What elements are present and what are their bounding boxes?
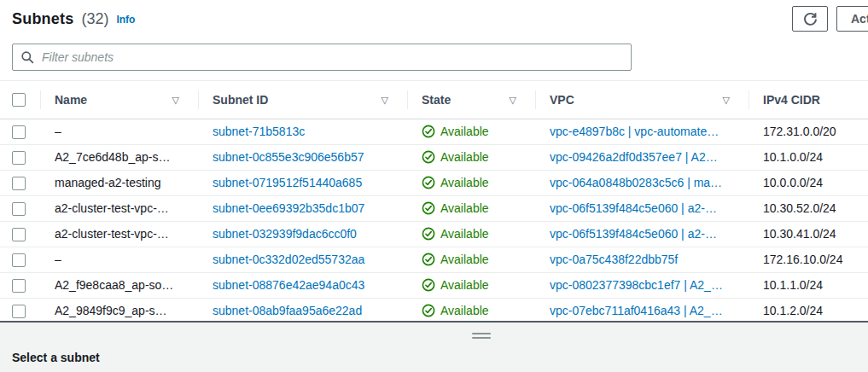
- sort-icon[interactable]: ▽: [723, 94, 730, 105]
- state-label: Available: [440, 253, 489, 266]
- column-header-ipv4-cidr[interactable]: IPv4 CIDR: [749, 81, 868, 119]
- refresh-icon: [803, 12, 818, 26]
- subnet-id-link[interactable]: subnet-71b5813c: [213, 125, 305, 138]
- table-row[interactable]: a2-cluster-test-vpc-… subnet-0ee69392b35…: [0, 195, 868, 221]
- vpc-cell: vpc-e4897b8c | vpc-automate…: [535, 119, 749, 144]
- row-checkbox[interactable]: [12, 305, 26, 318]
- state-cell: Available: [407, 272, 535, 298]
- subnet-count: (32): [81, 10, 108, 28]
- available-check-icon: [422, 253, 435, 266]
- column-label: State: [422, 93, 451, 107]
- subnet-id-link[interactable]: subnet-0719512f51440a685: [213, 176, 362, 189]
- column-label: Name: [55, 93, 87, 107]
- subnet-name-cell: a2-cluster-test-vpc-…: [40, 195, 198, 221]
- state-cell: Available: [407, 298, 535, 323]
- state-cell: Available: [407, 247, 535, 272]
- subnet-id-cell: subnet-0c855e3c906e56b57: [198, 144, 407, 170]
- available-check-icon: [422, 201, 435, 215]
- refresh-button[interactable]: [792, 6, 828, 32]
- column-header-state[interactable]: State▽: [407, 81, 535, 119]
- subnet-name-cell: A2_9849f9c9_ap-s…: [40, 298, 198, 323]
- subnet-name-cell: –: [40, 247, 198, 272]
- row-checkbox[interactable]: [12, 279, 26, 293]
- state-label: Available: [440, 304, 489, 317]
- actions-button[interactable]: Actions: [836, 6, 868, 32]
- subnet-id-link[interactable]: subnet-0c332d02ed55732aa: [213, 253, 364, 266]
- vpc-link[interactable]: vpc-0a75c438f22dbb75f: [550, 253, 678, 266]
- row-checkbox[interactable]: [12, 177, 26, 190]
- ipv4-cidr: 172.16.10.0/24: [763, 253, 842, 266]
- row-checkbox-cell: [0, 144, 40, 170]
- row-checkbox[interactable]: [12, 228, 26, 241]
- vpc-cell: vpc-0a75c438f22dbb75f: [535, 247, 749, 272]
- vpc-link[interactable]: vpc-06f5139f484c5e060 | a2-…: [550, 201, 717, 215]
- available-check-icon: [422, 176, 435, 189]
- state-cell: Available: [407, 195, 535, 221]
- subnet-name-cell: a2-cluster-test-vpc-…: [40, 221, 198, 247]
- subnet-name-cell: A2_7ce6d48b_ap-s…: [40, 144, 198, 170]
- subnets-page: Subnets (32) Info Actions: [0, 0, 868, 372]
- table-header-row: Name▽Subnet ID▽State▽VPC▽IPv4 CIDR: [0, 81, 868, 119]
- subnet-name: A2_f9e8caa8_ap-so…: [55, 278, 173, 292]
- sort-icon[interactable]: ▽: [510, 94, 516, 105]
- row-checkbox[interactable]: [12, 151, 26, 165]
- table-row[interactable]: – subnet-0c332d02ed55732aa Available vpc…: [0, 247, 868, 272]
- subnet-id-cell: subnet-0ee69392b35dc1b07: [198, 195, 407, 221]
- vpc-link[interactable]: vpc-09426a2df0d357ee7 | A2…: [550, 150, 718, 164]
- subnet-id-link[interactable]: subnet-0c855e3c906e56b57: [213, 150, 364, 164]
- sort-icon[interactable]: ▽: [382, 94, 388, 105]
- row-checkbox[interactable]: [12, 202, 26, 216]
- table-row[interactable]: A2_9849f9c9_ap-s… subnet-08ab9faa95a6e22…: [0, 298, 868, 323]
- row-checkbox[interactable]: [12, 125, 26, 139]
- table-row[interactable]: managed-a2-testing subnet-0719512f51440a…: [0, 170, 868, 195]
- row-checkbox[interactable]: [12, 253, 26, 267]
- column-label: Subnet ID: [213, 93, 268, 107]
- state-label: Available: [440, 278, 489, 292]
- row-checkbox-cell: [0, 195, 40, 221]
- ipv4-cidr: 10.1.2.0/24: [763, 304, 823, 317]
- subnet-id-link[interactable]: subnet-08ab9faa95a6e22ad: [213, 304, 362, 317]
- vpc-link[interactable]: vpc-064a0848b0283c5c6 | ma…: [550, 176, 722, 189]
- available-check-icon: [422, 278, 435, 292]
- subnet-id-cell: subnet-71b5813c: [198, 119, 407, 144]
- subnet-id-link[interactable]: subnet-0ee69392b35dc1b07: [213, 201, 364, 215]
- filter-subnets-input[interactable]: [12, 44, 632, 71]
- row-checkbox-cell: [0, 221, 40, 247]
- subnet-name: managed-a2-testing: [55, 176, 161, 189]
- table-row[interactable]: – subnet-71b5813c Available vpc-e4897b8c…: [0, 119, 868, 144]
- split-panel-drag-handle[interactable]: [470, 331, 492, 340]
- subnet-id-cell: subnet-08ab9faa95a6e22ad: [198, 298, 407, 323]
- state-cell: Available: [407, 221, 535, 247]
- table-row[interactable]: A2_7ce6d48b_ap-s… subnet-0c855e3c906e56b…: [0, 144, 868, 170]
- title-row: Subnets (32) Info: [12, 10, 856, 32]
- subnet-name: –: [55, 253, 61, 266]
- ipv4-cidr-cell: 10.0.0.0/24: [749, 170, 868, 195]
- table-row[interactable]: A2_f9e8caa8_ap-so… subnet-08876e42ae94a0…: [0, 272, 868, 298]
- info-link[interactable]: Info: [116, 14, 135, 26]
- available-check-icon: [422, 304, 435, 317]
- vpc-link[interactable]: vpc-0802377398cbc1ef7 | A2_…: [550, 278, 723, 292]
- select-all-checkbox[interactable]: [12, 93, 26, 107]
- ipv4-cidr: 10.1.0.0/24: [763, 150, 823, 164]
- column-header-name[interactable]: Name▽: [40, 81, 198, 119]
- subnet-name: –: [55, 125, 61, 138]
- vpc-link[interactable]: vpc-06f5139f484c5e060 | a2-…: [550, 227, 717, 241]
- subnet-name-cell: –: [40, 119, 198, 144]
- sort-icon[interactable]: ▽: [172, 94, 179, 105]
- subnet-id-link[interactable]: subnet-032939f9dac6cc0f0: [213, 227, 357, 241]
- column-header-subnet-id[interactable]: Subnet ID▽: [198, 81, 407, 119]
- column-header-vpc[interactable]: VPC▽: [535, 81, 749, 119]
- row-checkbox-cell: [0, 247, 40, 272]
- subnet-id-link[interactable]: subnet-08876e42ae94a0c43: [213, 278, 364, 292]
- vpc-cell: vpc-064a0848b0283c5c6 | ma…: [535, 170, 749, 195]
- table-row[interactable]: a2-cluster-test-vpc-… subnet-032939f9dac…: [0, 221, 868, 247]
- vpc-link[interactable]: vpc-07ebc711af0416a43 | A2_…: [550, 304, 723, 317]
- row-checkbox-cell: [0, 298, 40, 323]
- subnet-id-cell: subnet-0c332d02ed55732aa: [198, 247, 407, 272]
- state-cell: Available: [407, 170, 535, 195]
- column-label: IPv4 CIDR: [763, 93, 820, 107]
- ipv4-cidr-cell: 10.1.1.0/24: [749, 272, 868, 298]
- available-check-icon: [422, 150, 435, 164]
- vpc-link[interactable]: vpc-e4897b8c | vpc-automate…: [550, 125, 719, 138]
- split-panel: Select a subnet: [0, 321, 868, 372]
